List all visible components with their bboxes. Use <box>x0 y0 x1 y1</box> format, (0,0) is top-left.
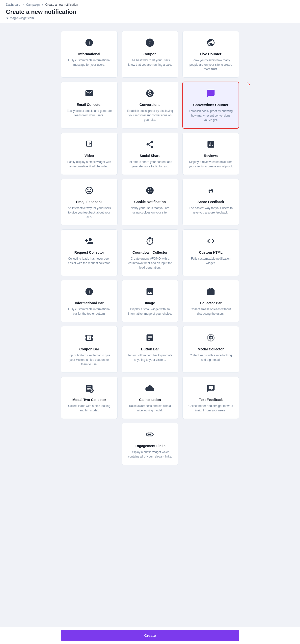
card-score-feedback[interactable]: 1-9 Score Feedback The easiest way for y… <box>182 179 239 226</box>
card-title: Request Collector <box>74 250 104 254</box>
card-title: Informational <box>78 52 100 56</box>
cta-icon <box>145 384 154 395</box>
card-coupon-bar[interactable]: Coupon Bar Top or bottom simple bar to g… <box>61 326 118 373</box>
card-title: Coupon <box>143 52 157 56</box>
info-icon <box>85 38 94 49</box>
card-title: Video <box>84 154 94 158</box>
svg-point-10 <box>89 388 94 393</box>
card-desc: Display a review/testimonial from your c… <box>188 160 234 169</box>
code-icon <box>206 236 215 248</box>
card-coupon[interactable]: Coupon The best way to let your users kn… <box>122 31 178 78</box>
card-button-bar[interactable]: Button Bar Top or bottom cool bar to pro… <box>122 326 178 373</box>
card-conversions[interactable]: Conversions Establish social proof by di… <box>122 82 178 129</box>
card-title: Conversions <box>139 103 161 107</box>
site-url: magic-widget.com <box>6 16 294 20</box>
card-desc: Easily display a small widget with an in… <box>66 160 112 169</box>
card-desc: Raise awareness and cta with a nice look… <box>127 404 173 413</box>
card-desc: Display a subtle widget which contains a… <box>127 450 173 459</box>
card-collector-bar[interactable]: Collector Bar Collect emails or leads wi… <box>182 280 239 322</box>
svg-point-6 <box>148 191 150 192</box>
breadcrumb-dashboard[interactable]: Dashboard <box>6 3 20 6</box>
countdown-icon <box>145 236 154 248</box>
card-emoji-feedback[interactable]: Emoji Feedback An interactive way for yo… <box>61 179 118 226</box>
card-live-counter[interactable]: Live Counter Show your visitors how many… <box>182 31 239 78</box>
card-title: Image <box>145 301 155 305</box>
card-desc: Notify your users that you are using coo… <box>127 206 173 215</box>
card-informational-bar[interactable]: Informational Bar Fully customizable inf… <box>61 280 118 322</box>
card-desc: Collect leads with a nice looking and bi… <box>66 404 112 413</box>
text-feedback-icon: H <box>206 384 215 395</box>
coupon-bar-icon <box>85 333 94 344</box>
score-icon: 1-9 <box>206 186 215 197</box>
cookie-icon <box>145 186 154 197</box>
card-desc: Collecting leads has never been easier w… <box>66 256 112 265</box>
card-custom-html[interactable]: Custom HTML Fully customizable notificat… <box>182 230 239 276</box>
card-desc: The best way to let your users know that… <box>127 58 173 67</box>
svg-text:H: H <box>209 386 212 390</box>
video-icon <box>85 140 94 151</box>
notification-grid: Informational Fully customizable informa… <box>61 31 239 465</box>
card-title: Emoji Feedback <box>76 200 103 204</box>
breadcrumb-sep-1: › <box>23 3 24 6</box>
card-video[interactable]: Video Easily display a small widget with… <box>61 133 118 175</box>
card-text-feedback[interactable]: H Text Feedback Collect better and strai… <box>182 377 239 419</box>
svg-point-3 <box>148 189 149 190</box>
svg-text:1-9: 1-9 <box>209 188 213 192</box>
card-desc: Establish social proof by showing how ma… <box>188 109 234 122</box>
card-desc: Let others share your content and genera… <box>127 160 173 169</box>
svg-line-8 <box>212 191 213 193</box>
card-desc: Collect leads with a nice looking and bi… <box>188 353 234 362</box>
svg-point-5 <box>151 191 152 192</box>
card-desc: Display a small widget with an informati… <box>127 307 173 316</box>
top-bar: Dashboard › Campaign › Create a new noti… <box>0 0 300 23</box>
site-name: magic-widget.com <box>10 16 34 20</box>
card-desc: Collect better and straight forward insi… <box>188 404 234 413</box>
card-social-share[interactable]: Social Share Let others share your conte… <box>122 133 178 175</box>
card-desc: Fully customizable informational message… <box>66 58 112 67</box>
card-title: Conversions Counter <box>193 103 228 107</box>
card-request-collector[interactable]: Request Collector Collecting leads has n… <box>61 230 118 276</box>
request-icon <box>85 236 94 248</box>
card-title: Coupon Bar <box>79 347 99 351</box>
card-countdown-collector[interactable]: Countdown Collector Create urgency/FOMO … <box>122 230 178 276</box>
image-icon <box>145 287 154 298</box>
pin-icon <box>6 16 9 20</box>
card-image[interactable]: Image Display a small widget with an inf… <box>122 280 178 322</box>
card-desc: Create urgency/FOMO with a countdown tim… <box>127 256 173 270</box>
card-title: Modal Two Collector <box>72 398 106 402</box>
card-modal-collector[interactable]: Modal Collector Collect leads with a nic… <box>182 326 239 373</box>
create-button[interactable]: Create <box>61 630 239 641</box>
card-title: Live Counter <box>200 52 222 56</box>
card-reviews[interactable]: Reviews Display a review/testimonial fro… <box>182 133 239 175</box>
card-modal-two-collector[interactable]: Modal Two Collector Collect leads with a… <box>61 377 118 419</box>
svg-point-4 <box>150 188 151 190</box>
card-title: Text Feedback <box>199 398 223 402</box>
breadcrumb-current: Create a new notification <box>45 3 78 6</box>
card-desc: Fully customizable notification widget. <box>188 256 234 265</box>
card-engagement-links[interactable]: Engagement Links Display a subtle widget… <box>122 423 178 465</box>
card-title: Collector Bar <box>200 301 222 305</box>
coupon-icon <box>145 38 154 49</box>
card-title: Informational Bar <box>75 301 104 305</box>
breadcrumb-campaign[interactable]: Campaign <box>26 3 40 6</box>
card-title: Button Bar <box>141 347 159 351</box>
card-title: Social Share <box>139 154 160 158</box>
links-icon <box>145 430 154 441</box>
card-desc: Show your visitors how many people are o… <box>188 58 234 72</box>
email-icon <box>85 89 94 100</box>
page-title: Create a new notification <box>6 8 294 15</box>
card-title: Cookie Notification <box>134 200 166 204</box>
card-conversions-counter[interactable]: ↑ $ Conversions Counter Establish social… <box>182 82 239 129</box>
modal-two-icon <box>85 384 94 395</box>
card-desc: Establish social proof by displaying you… <box>127 108 173 122</box>
collector-bar-icon <box>206 287 215 298</box>
card-cookie-notification[interactable]: Cookie Notification Notify your users th… <box>122 179 178 226</box>
card-desc: Top or bottom cool bar to promote anythi… <box>127 353 173 362</box>
card-desc: An interactive way for your users to giv… <box>66 206 112 219</box>
card-call-to-action[interactable]: Call to action Raise awareness and cta w… <box>122 377 178 419</box>
arrow-indicator: ↑ <box>245 80 253 88</box>
share-icon <box>145 140 154 151</box>
card-email-collector[interactable]: Email Collector Easily collect emails an… <box>61 82 118 129</box>
card-informational[interactable]: Informational Fully customizable informa… <box>61 31 118 78</box>
reviews-icon <box>206 140 215 151</box>
